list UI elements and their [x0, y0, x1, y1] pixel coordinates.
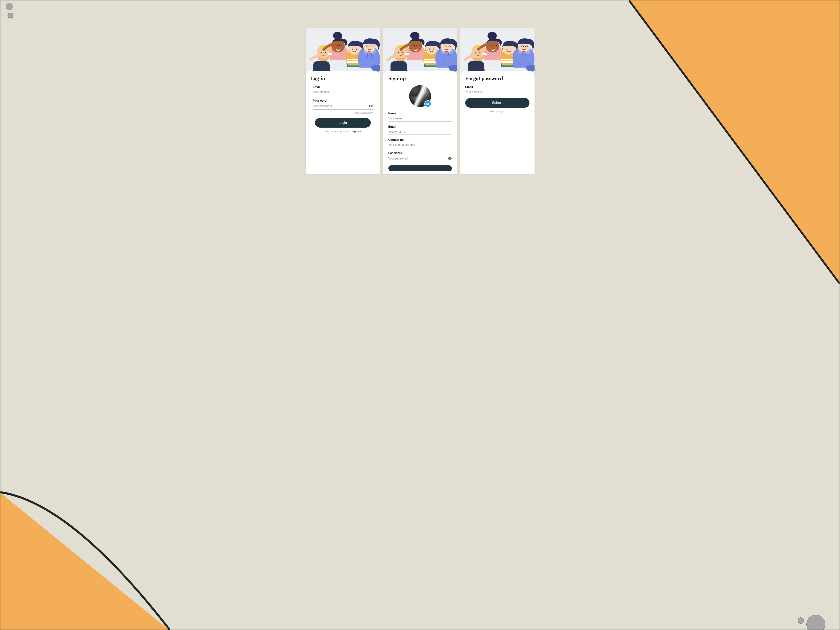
- name-label: Name: [388, 112, 452, 115]
- contact-label: Contact no.: [388, 138, 452, 142]
- camera-icon[interactable]: [424, 100, 431, 107]
- eye-icon[interactable]: [369, 104, 373, 108]
- forgot-title: Forgot password: [465, 76, 529, 82]
- bg-circle-4: [797, 617, 804, 624]
- forgot-password-link[interactable]: Forget password?: [310, 112, 373, 114]
- login-footer: Don't have an account ? Sign-up: [310, 130, 376, 132]
- hero-illustration: [460, 28, 535, 75]
- name-input[interactable]: [388, 117, 452, 120]
- back-to-login-link[interactable]: Back to login: [465, 110, 529, 113]
- email-input[interactable]: [388, 130, 452, 133]
- login-title: Log-in: [310, 76, 376, 82]
- login-screen: Log-in Email Password Forget password? L…: [306, 28, 380, 174]
- password-label: Password: [313, 99, 373, 102]
- hero-illustration: [383, 28, 457, 75]
- password-label: Password: [388, 151, 452, 155]
- forgot-password-screen: Forgot password Email Submit Back to log…: [460, 28, 535, 174]
- password-input[interactable]: [313, 104, 369, 108]
- signup-screen: Sign-up Name Email Contact no. Passwor: [383, 28, 457, 174]
- email-label: Email: [388, 125, 452, 128]
- signup-link[interactable]: Sign-up: [352, 130, 361, 132]
- bg-circle-3: [807, 615, 825, 630]
- submit-button[interactable]: Submit: [465, 98, 529, 108]
- footer-text: Don't have an account ?: [325, 130, 351, 132]
- password-input[interactable]: [388, 157, 448, 160]
- signup-title: Sign-up: [388, 76, 452, 82]
- bg-orange-bl-outline: [0, 365, 235, 630]
- email-label: Email: [313, 85, 373, 88]
- email-input[interactable]: [465, 90, 529, 94]
- email-label: Email: [465, 85, 529, 88]
- signup-button[interactable]: [388, 165, 452, 171]
- email-input[interactable]: [313, 90, 373, 94]
- hero-illustration: [306, 28, 380, 75]
- login-button[interactable]: Login: [315, 118, 371, 128]
- contact-input[interactable]: [388, 143, 452, 146]
- eye-icon[interactable]: [448, 156, 452, 161]
